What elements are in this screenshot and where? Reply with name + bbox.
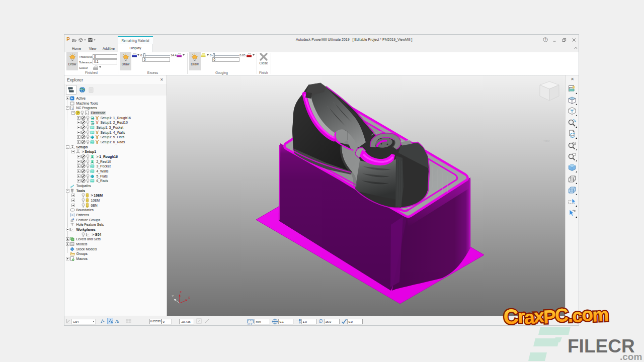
tree-expand-plus[interactable] bbox=[77, 169, 80, 173]
gouging-min-caret[interactable] bbox=[207, 54, 209, 56]
powermill-logo[interactable]: P bbox=[66, 37, 70, 42]
gouging-draw-button[interactable]: Draw bbox=[189, 52, 201, 70]
block-icon[interactable] bbox=[568, 96, 577, 105]
relative-coords-icon[interactable] bbox=[196, 318, 202, 324]
tree-item[interactable]: 10EM bbox=[64, 198, 167, 203]
tree-expand-plus[interactable] bbox=[77, 155, 80, 158]
tree-item[interactable]: 6BN bbox=[64, 203, 167, 208]
position-y-field[interactable]: 0 bbox=[162, 319, 172, 324]
tree-item[interactable]: Workplanes bbox=[64, 227, 167, 232]
tree-expand-plus[interactable] bbox=[77, 140, 80, 144]
tab-additive[interactable]: Additive bbox=[101, 45, 117, 52]
tree-expand-minus[interactable] bbox=[66, 106, 69, 110]
save-menu-caret[interactable] bbox=[94, 39, 96, 40]
tree-item[interactable]: Setups bbox=[64, 144, 167, 149]
tree-item[interactable]: > 1_Rough16 bbox=[64, 154, 167, 159]
excess-min-caret[interactable] bbox=[137, 54, 139, 56]
tree-item[interactable]: Feature Groups bbox=[64, 217, 167, 222]
measure-icon[interactable] bbox=[204, 318, 210, 324]
tree-item[interactable]: 25Setup1: 2_Rest10 bbox=[64, 120, 167, 125]
tree-expand-plus[interactable] bbox=[77, 116, 80, 120]
tree-item[interactable]: ?Electrode bbox=[64, 111, 167, 116]
tree-expand-plus[interactable] bbox=[77, 135, 80, 139]
finished-colour-swatch[interactable] bbox=[93, 65, 98, 70]
tree-expand-minus[interactable] bbox=[71, 150, 75, 153]
tree-item[interactable]: 25Setup1: 1_Rough16 bbox=[64, 115, 167, 120]
viewmill-icon[interactable] bbox=[568, 107, 577, 116]
box-select-icon[interactable] bbox=[568, 197, 577, 207]
zoom-window-icon[interactable] bbox=[568, 141, 577, 150]
open-icon[interactable] bbox=[72, 38, 76, 42]
translucent-view-icon[interactable] bbox=[568, 186, 577, 195]
tree-expand-plus[interactable] bbox=[66, 257, 69, 260]
tree-item[interactable]: Toolpaths bbox=[64, 184, 167, 189]
gouging-min-swatch[interactable] bbox=[201, 53, 206, 57]
refresh-icon[interactable] bbox=[568, 129, 577, 139]
tree-expand-plus[interactable] bbox=[77, 131, 80, 134]
tree-item[interactable]: > 16EM bbox=[64, 193, 167, 198]
excess-slider[interactable] bbox=[143, 55, 170, 56]
tree-expand-plus[interactable] bbox=[66, 242, 69, 246]
thickness-input[interactable]: 0 bbox=[93, 54, 117, 59]
tree-item[interactable]: 2D4_Walls bbox=[64, 169, 167, 174]
thickness-field[interactable]: 1.0 bbox=[301, 319, 316, 324]
tree-item[interactable]: Levels and Sets bbox=[64, 237, 167, 242]
units-field[interactable]: mm bbox=[255, 319, 270, 324]
save-icon[interactable] bbox=[88, 38, 93, 42]
tree-expand-plus[interactable] bbox=[77, 174, 80, 178]
tab-view[interactable]: View bbox=[87, 45, 99, 52]
tree-item[interactable]: Tools bbox=[64, 188, 167, 193]
tolerance-field[interactable]: 0.1 bbox=[278, 319, 293, 324]
grid-icon[interactable] bbox=[125, 318, 131, 324]
tree-expand-plus[interactable] bbox=[66, 237, 69, 241]
cursor-position-icon[interactable] bbox=[100, 319, 105, 324]
diameter-field[interactable]: 16.0 bbox=[324, 319, 340, 324]
cursor-drop-icon[interactable] bbox=[115, 319, 120, 324]
view-cube[interactable]: FRONT RIGHT bbox=[540, 75, 559, 143]
minimize-icon[interactable] bbox=[550, 36, 559, 43]
gouging-max-swatch[interactable] bbox=[247, 53, 252, 57]
position-x-field[interactable]: 6.85533 bbox=[149, 319, 162, 324]
help-icon[interactable]: ? bbox=[540, 36, 550, 43]
tree-item[interactable]: 2D6_Rads bbox=[64, 178, 167, 184]
block-form-icon[interactable] bbox=[568, 84, 577, 94]
workplane-select[interactable]: G54 bbox=[71, 319, 96, 324]
tree-item[interactable]: > G54 bbox=[64, 232, 167, 237]
tree-item[interactable]: Machine Tools bbox=[64, 101, 167, 106]
cursor-snap-icon[interactable] bbox=[107, 318, 113, 324]
wireframe-view-icon[interactable] bbox=[568, 174, 577, 184]
tree-item[interactable]: Macros bbox=[64, 256, 167, 261]
tree-expand-plus[interactable] bbox=[77, 164, 80, 168]
stepover-field[interactable]: 0.0 bbox=[347, 319, 363, 324]
gouging-max-caret[interactable] bbox=[253, 54, 255, 56]
excess-max-caret[interactable] bbox=[183, 54, 185, 56]
tab-home[interactable]: Home bbox=[69, 45, 84, 52]
excess-draw-button[interactable]: Draw bbox=[120, 52, 131, 70]
tree-item[interactable]: Hole Feature Sets bbox=[64, 222, 167, 227]
view-toolbar-close-icon[interactable]: ✕ bbox=[566, 77, 579, 81]
rotate-view-icon[interactable] bbox=[568, 208, 577, 218]
collapse-ribbon-icon[interactable] bbox=[574, 46, 578, 50]
tree-expand-minus[interactable] bbox=[71, 111, 75, 115]
tree-expand-plus[interactable] bbox=[71, 204, 75, 207]
tree-item[interactable]: 2_Rest10 bbox=[64, 159, 167, 164]
zoom-fit-icon[interactable] bbox=[568, 118, 577, 128]
explorer-close-icon[interactable]: ✕ bbox=[160, 78, 164, 82]
tree-item[interactable]: 2DSetup1: 3_Pocket bbox=[64, 125, 167, 130]
finished-colour-caret[interactable] bbox=[99, 66, 101, 68]
tree-view-icon[interactable] bbox=[66, 85, 76, 95]
tree-item[interactable]: NC Programs bbox=[64, 106, 167, 111]
disabled-doc-icon[interactable] bbox=[86, 85, 96, 95]
excess-max-swatch[interactable] bbox=[177, 53, 182, 57]
tab-display[interactable]: Display bbox=[118, 44, 153, 52]
tree-expand-plus[interactable] bbox=[77, 126, 80, 129]
block-menu-caret[interactable] bbox=[85, 39, 86, 40]
tree-item[interactable]: 2DSetup1: 4_Walls bbox=[64, 130, 167, 135]
position-z-field[interactable]: -20.736 bbox=[179, 319, 194, 324]
tree-expand-minus[interactable] bbox=[66, 228, 69, 231]
shaded-view-icon[interactable] bbox=[568, 163, 577, 172]
tree-item[interactable]: 2D3_Pocket bbox=[64, 164, 167, 169]
tree-item[interactable]: Stock Models bbox=[64, 246, 167, 251]
tree-expand-plus[interactable] bbox=[77, 179, 80, 183]
tree-expand-plus[interactable] bbox=[77, 160, 80, 163]
